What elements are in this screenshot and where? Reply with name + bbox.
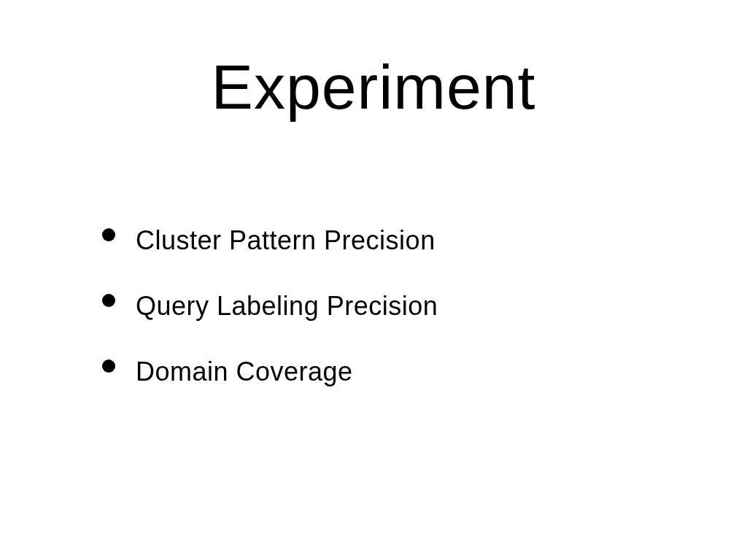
bullet-text: Query Labeling Precision: [136, 291, 438, 322]
bullet-icon: [102, 294, 115, 307]
bullet-icon: [102, 228, 115, 241]
list-item: Query Labeling Precision: [102, 291, 674, 322]
bullet-text: Cluster Pattern Precision: [136, 225, 436, 256]
bullet-icon: [102, 359, 115, 373]
list-item: Cluster Pattern Precision: [102, 225, 674, 256]
slide-container: Experiment Cluster Pattern Precision Que…: [0, 0, 747, 560]
list-item: Domain Coverage: [102, 357, 674, 387]
slide-title: Experiment: [73, 51, 674, 123]
bullet-list: Cluster Pattern Precision Query Labeling…: [73, 225, 674, 387]
bullet-text: Domain Coverage: [136, 357, 353, 387]
